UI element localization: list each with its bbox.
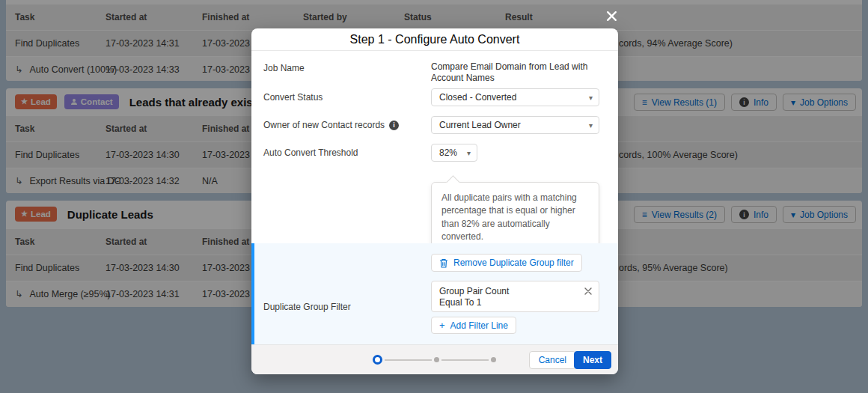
- job-name-label: Job Name: [263, 63, 305, 73]
- threshold-label: Auto Convert Threshold: [263, 147, 358, 158]
- step-1-dot: [373, 355, 382, 365]
- app-screen: Task Started at Finished at Started by S…: [0, 0, 868, 393]
- owner-value: Current Lead Owner: [439, 120, 521, 130]
- convert-status-select[interactable]: Closed - Converted ▾: [431, 88, 599, 106]
- add-filter-label: Add Filter Line: [450, 320, 508, 331]
- duplicate-group-filter-label: Duplicate Group Filter: [263, 302, 351, 312]
- filter-field: Group Pair Count: [432, 281, 599, 297]
- caret-down-icon: ▾: [467, 144, 471, 162]
- job-name-value: Compare Email Domain from Lead with Acco…: [431, 61, 606, 84]
- info-icon: i: [389, 121, 399, 130]
- step-progress-indicator: [373, 355, 496, 365]
- owner-label: Owner of new Contact records i: [263, 120, 399, 130]
- remove-filter-line-icon[interactable]: [582, 285, 594, 297]
- modal-header: Step 1 - Configure Auto Convert: [251, 28, 618, 51]
- owner-select[interactable]: Current Lead Owner ▾: [431, 116, 599, 134]
- remove-filter-button[interactable]: Remove Duplicate Group filter: [431, 254, 582, 272]
- threshold-value: 82%: [439, 147, 457, 158]
- threshold-select[interactable]: 82% ▾: [431, 144, 477, 162]
- remove-filter-label: Remove Duplicate Group filter: [453, 258, 574, 268]
- next-button[interactable]: Next: [574, 351, 611, 369]
- convert-status-value: Closed - Converted: [439, 92, 516, 103]
- cancel-button[interactable]: Cancel: [529, 351, 576, 369]
- step-3-dot: [491, 357, 496, 362]
- caret-down-icon: ▾: [589, 89, 593, 106]
- filter-condition: Equal To 1: [432, 297, 599, 308]
- trash-icon: [439, 258, 448, 268]
- filter-line-card[interactable]: Group Pair Count Equal To 1: [431, 281, 599, 312]
- caret-down-icon: ▾: [589, 117, 593, 134]
- duplicate-group-filter-section: Remove Duplicate Group filter Group Pair…: [251, 243, 618, 345]
- plus-icon: +: [439, 320, 445, 330]
- popover-text: All duplicate pairs with a matching perc…: [441, 192, 589, 244]
- owner-label-text: Owner of new Contact records: [263, 120, 385, 130]
- step-2-dot: [434, 357, 439, 362]
- modal-title: Step 1 - Configure Auto Convert: [350, 33, 520, 46]
- configure-auto-convert-modal: Step 1 - Configure Auto Convert Job Name…: [251, 28, 618, 374]
- modal-footer: Cancel Next: [251, 344, 618, 374]
- close-icon[interactable]: [602, 6, 621, 25]
- progress-line: [441, 359, 489, 361]
- add-filter-line-button[interactable]: + Add Filter Line: [431, 317, 516, 334]
- progress-line: [385, 359, 432, 361]
- convert-status-label: Convert Status: [263, 92, 323, 103]
